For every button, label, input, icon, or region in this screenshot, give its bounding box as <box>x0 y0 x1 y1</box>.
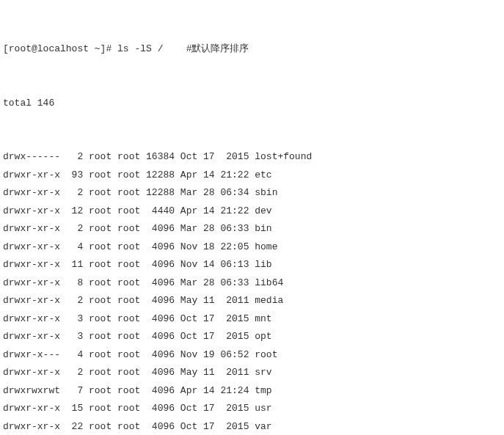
file-listing: drwx------ 2 root root 16384 Oct 17 2015… <box>3 148 501 435</box>
list-item: drwxr-xr-x 22 root root 4096 Oct 17 2015… <box>3 418 501 436</box>
list-item: drwxr-xr-x 2 root root 12288 Mar 28 06:3… <box>3 184 501 202</box>
total-line: total 146 <box>3 95 501 113</box>
list-item: drwxr-xr-x 2 root root 4096 May 11 2011 … <box>3 292 501 310</box>
shell-prompt: [root@localhost ~]# <box>3 43 117 54</box>
list-item: drwxr-xr-x 2 root root 4096 Mar 28 06:33… <box>3 220 501 238</box>
list-item: drwxr-xr-x 12 root root 4440 Apr 14 21:2… <box>3 202 501 221</box>
list-item: drwxr-xr-x 11 root root 4096 Nov 14 06:1… <box>3 256 501 274</box>
command-text: ls -lS / <box>117 43 163 54</box>
terminal-output: [root@localhost ~]# ls -lS / #默认降序排序 tot… <box>3 4 501 435</box>
list-item: drwxr-xr-x 3 root root 4096 Oct 17 2015 … <box>3 328 501 346</box>
list-item: drwxr-xr-x 8 root root 4096 Mar 28 06:33… <box>3 274 501 293</box>
list-item: drwxr-xr-x 4 root root 4096 Nov 18 22:05… <box>3 238 501 257</box>
list-item: drwxr-xr-x 93 root root 12288 Apr 14 21:… <box>3 167 501 185</box>
command-line: [root@localhost ~]# ls -lS / #默认降序排序 <box>3 40 501 59</box>
list-item: drwxr-xr-x 3 root root 4096 Oct 17 2015 … <box>3 310 501 329</box>
list-item: drwxr-xr-x 2 root root 4096 May 11 2011 … <box>3 364 501 382</box>
list-item: drwx------ 2 root root 16384 Oct 17 2015… <box>3 148 501 167</box>
list-item: drwxr-x--- 4 root root 4096 Nov 19 06:52… <box>3 346 501 365</box>
list-item: drwxrwxrwt 7 root root 4096 Apr 14 21:24… <box>3 382 501 401</box>
list-item: drwxr-xr-x 15 root root 4096 Oct 17 2015… <box>3 400 501 418</box>
command-comment: #默认降序排序 <box>163 43 249 54</box>
